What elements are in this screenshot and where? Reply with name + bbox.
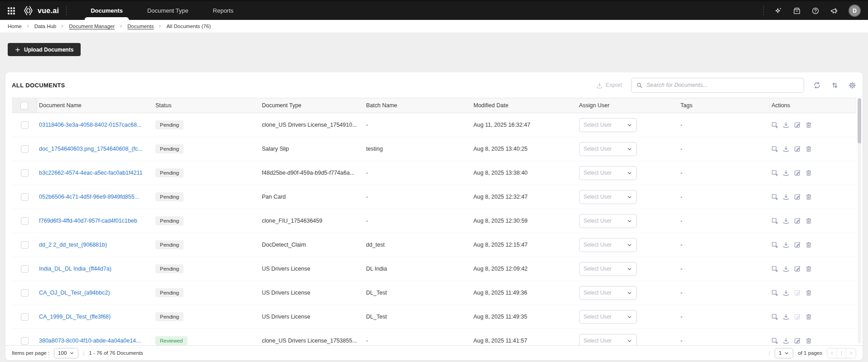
page-select[interactable]: 1 [775, 348, 793, 358]
edit-icon-button[interactable] [794, 145, 801, 152]
delete-icon-button[interactable] [805, 217, 812, 224]
refresh-icon[interactable] [813, 81, 821, 89]
edit-icon-button[interactable] [794, 337, 801, 344]
download-icon-button[interactable] [782, 337, 790, 344]
delete-icon-button[interactable] [805, 145, 812, 152]
select-all-checkbox[interactable] [20, 102, 28, 110]
expand-plus-icon [771, 337, 778, 344]
edit-icon-button[interactable] [794, 121, 801, 129]
row-checkbox[interactable] [21, 337, 29, 345]
delete-icon-button[interactable] [805, 241, 812, 248]
assign-user-select[interactable]: Select User [579, 262, 637, 276]
row-checkbox[interactable] [21, 313, 29, 321]
review-icon-button[interactable] [771, 241, 778, 248]
document-name-link[interactable]: f769d6f3-4ffd-40d7-957f-cad4f01c1beb [39, 218, 137, 224]
breadcrumb-home[interactable]: Home [8, 24, 22, 29]
review-icon-button[interactable] [771, 145, 778, 152]
review-icon-button[interactable] [771, 217, 778, 224]
delete-icon-button[interactable] [805, 169, 812, 176]
download-icon-button[interactable] [782, 145, 790, 152]
download-icon-button[interactable] [782, 313, 790, 320]
edit-icon-button[interactable] [794, 217, 801, 224]
download-icon-button[interactable] [782, 265, 790, 272]
document-name-link[interactable]: 380a8073-8c00-4f10-abde-4a04a0e14... [39, 338, 141, 344]
nav-item-documents[interactable]: Documents [78, 1, 135, 20]
review-icon-button[interactable] [771, 337, 778, 344]
row-checkbox[interactable] [21, 121, 29, 129]
assign-user-select[interactable]: Select User [579, 286, 637, 300]
archive-box-icon[interactable] [793, 7, 801, 15]
download-icon-button[interactable] [782, 289, 790, 296]
delete-icon-button[interactable] [805, 337, 812, 344]
prev-page-button[interactable] [827, 348, 837, 358]
document-name-link[interactable]: b3c22662-4574-4eac-a5ec-fac0ab1f4211 [39, 170, 142, 176]
download-icon-button[interactable] [782, 217, 790, 224]
assign-user-select[interactable]: Select User [579, 214, 637, 228]
sort-icon[interactable] [831, 81, 839, 89]
assign-user-select[interactable]: Select User [579, 190, 637, 204]
document-name-link[interactable]: CA_OJ_DL_Test_(a94bbc2) [39, 290, 110, 296]
delete-icon-button[interactable] [805, 121, 812, 129]
assign-user-select[interactable]: Select User [579, 238, 637, 252]
download-icon-button[interactable] [782, 121, 790, 129]
announcement-megaphone-icon[interactable] [830, 7, 838, 15]
nav-label: Reports [213, 7, 234, 14]
review-icon-button[interactable] [771, 265, 778, 272]
review-icon-button[interactable] [771, 313, 778, 320]
scrollbar-thumb[interactable] [858, 98, 861, 143]
nav-item-reports[interactable]: Reports [201, 1, 246, 20]
edit-icon-button[interactable] [794, 265, 801, 272]
download-icon-button[interactable] [782, 241, 790, 248]
document-name-link[interactable]: 03118406-3e3a-4058-8402-0157cac68... [39, 122, 141, 128]
edit-icon-button[interactable] [794, 193, 801, 200]
row-checkbox[interactable] [21, 241, 29, 249]
assign-user-select[interactable]: Select User [579, 118, 637, 132]
app-grid-icon[interactable] [7, 7, 15, 15]
edit-icon-button[interactable] [794, 241, 801, 248]
download-icon-button[interactable] [782, 169, 790, 176]
review-icon-button[interactable] [771, 193, 778, 200]
assign-user-select[interactable]: Select User [579, 166, 637, 180]
delete-icon-button[interactable] [805, 193, 812, 200]
breadcrumb-document-manager[interactable]: Document Manager [69, 24, 115, 29]
document-name-link[interactable]: dd_2 2_dd_test_(906881b) [39, 242, 107, 248]
delete-icon-button[interactable] [805, 289, 812, 296]
row-checkbox[interactable] [21, 193, 29, 201]
document-name-link[interactable]: doc_1754640603.png_1754640608_(fc... [39, 146, 143, 152]
download-icon [782, 169, 790, 176]
assign-user-placeholder: Select User [583, 242, 612, 248]
breadcrumb-data-hub[interactable]: Data Hub [34, 24, 57, 29]
assign-user-select[interactable]: Select User [579, 310, 637, 324]
review-icon-button[interactable] [771, 289, 778, 296]
document-name-link[interactable]: 052b6506-4c71-4d5f-96e9-8949fd855... [39, 194, 139, 200]
row-checkbox[interactable] [21, 169, 29, 177]
export-button[interactable]: Export [596, 82, 622, 89]
review-icon-button[interactable] [771, 169, 778, 176]
settings-gear-icon[interactable] [849, 81, 856, 89]
user-avatar[interactable]: D [849, 5, 861, 17]
assign-user-select[interactable]: Select User [579, 334, 637, 346]
download-icon-button[interactable] [782, 193, 790, 200]
document-name-link[interactable]: CA_1999_DL_Test_(ffe3f68) [39, 314, 111, 320]
vue-ai-logo[interactable]: vue.ai [23, 5, 59, 16]
upload-documents-button[interactable]: Upload Documents [8, 43, 81, 56]
row-checkbox[interactable] [21, 217, 29, 225]
search-input[interactable] [646, 82, 799, 88]
items-per-page-select[interactable]: 100 [54, 348, 78, 358]
ai-sparkle-icon[interactable] [774, 7, 782, 15]
nav-item-document-type[interactable]: Document Type [135, 1, 201, 20]
edit-icon-button[interactable] [794, 169, 801, 176]
delete-icon-button[interactable] [805, 313, 812, 320]
row-checkbox[interactable] [21, 265, 29, 273]
delete-icon-button[interactable] [805, 265, 812, 272]
row-checkbox[interactable] [21, 289, 29, 297]
assign-user-select[interactable]: Select User [579, 142, 637, 156]
help-icon[interactable] [811, 7, 820, 15]
review-icon-button[interactable] [771, 121, 778, 129]
breadcrumb-documents[interactable]: Documents [127, 24, 154, 29]
document-name-link[interactable]: India_DL_DL India_(ff44d7a) [39, 266, 111, 272]
row-checkbox[interactable] [21, 145, 29, 153]
edit-icon-button[interactable] [794, 313, 801, 320]
edit-icon-button[interactable] [794, 289, 801, 296]
next-page-button[interactable] [846, 348, 856, 358]
